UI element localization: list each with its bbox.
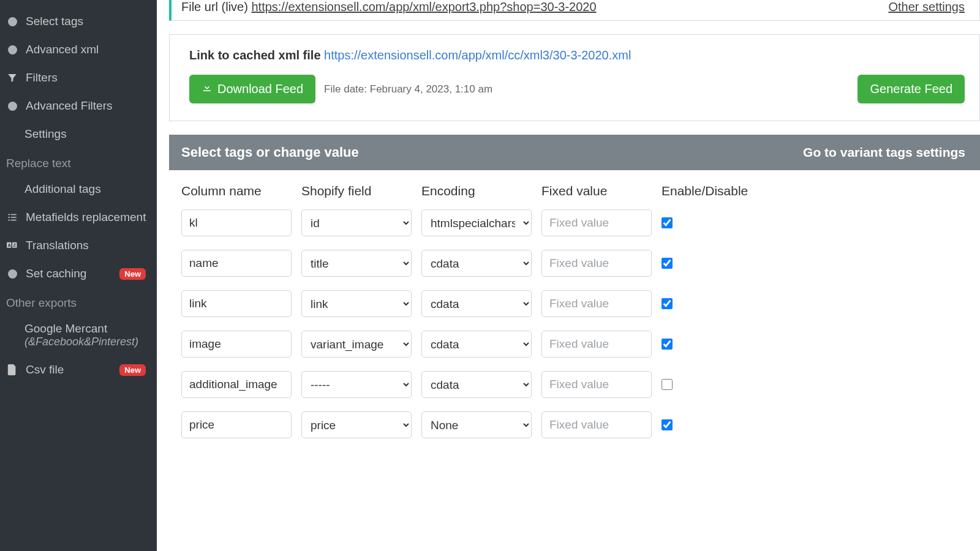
variant-tags-settings-link[interactable]: Go to variant tags settings (803, 145, 965, 160)
cached-url-link[interactable]: https://extensionsell.com/app/xml/cc/xml… (324, 48, 631, 62)
file-url-box: File url (live) https://extensionsell.co… (169, 0, 980, 21)
sidebar-section-other-exports: Other exports (0, 288, 157, 315)
col-header-fixed: Fixed value (541, 184, 662, 198)
encoding-select[interactable]: cdata (421, 250, 532, 277)
sidebar-item-label: Filters (26, 71, 58, 84)
table-row: variant_imagecdata (181, 331, 965, 358)
sidebar-item-advanced-xml[interactable]: Advanced xml (0, 36, 157, 64)
download-icon (202, 82, 213, 96)
enable-checkbox[interactable] (662, 339, 673, 350)
download-feed-label: Download Feed (217, 82, 303, 96)
shopify-field-select[interactable]: id (301, 209, 412, 236)
enable-checkbox[interactable] (662, 258, 673, 269)
column-name-input[interactable] (181, 250, 292, 277)
sidebar-item-label: Metafields replacement (26, 211, 146, 224)
sidebar-item-label: Advanced xml (26, 43, 99, 56)
language-icon: AZ (6, 239, 18, 252)
shopify-field-select[interactable]: link (301, 290, 412, 317)
shopify-field-select[interactable]: ----- (301, 371, 412, 398)
download-feed-button[interactable]: Download Feed (189, 75, 315, 103)
cached-box: Link to cached xml file https://extensio… (169, 34, 980, 121)
encoding-select[interactable]: cdata (421, 331, 532, 358)
bullet-icon (6, 15, 18, 28)
sidebar-item-label: Settings (24, 127, 67, 141)
sidebar-item-label: Additional tags (24, 182, 101, 196)
enable-checkbox[interactable] (662, 217, 673, 228)
sidebar-item-advanced-filters[interactable]: Advanced Filters (0, 92, 157, 120)
generate-feed-label: Generate Feed (870, 82, 952, 96)
list-icon (6, 211, 18, 223)
encoding-select[interactable]: cdata (421, 371, 532, 398)
column-name-input[interactable] (181, 331, 292, 358)
encoding-select[interactable]: htmlspecialchars (421, 209, 532, 236)
sidebar-item-set-caching[interactable]: Set caching New (0, 260, 157, 288)
bullet-icon (6, 268, 18, 280)
section-header-bar: Select tags or change value Go to varian… (169, 135, 980, 170)
tags-table: Column name Shopify field Encoding Fixed… (169, 170, 980, 464)
sidebar-item-label: Set caching (26, 267, 86, 280)
shopify-field-select[interactable]: price (301, 411, 412, 438)
column-name-input[interactable] (181, 290, 292, 317)
sidebar-item-select-tags[interactable]: Select tags (0, 7, 157, 36)
sidebar-item-metafields-replacement[interactable]: Metafields replacement (0, 203, 157, 231)
file-url-link[interactable]: https://extensionsell.com/app/xml/export… (251, 0, 596, 13)
enable-checkbox[interactable] (662, 298, 673, 309)
sidebar-item-filters[interactable]: Filters (0, 64, 157, 92)
main-content: File url (live) https://extensionsell.co… (157, 0, 980, 551)
table-row: -----cdata (181, 371, 965, 398)
generate-feed-button[interactable]: Generate Feed (858, 75, 965, 103)
other-settings-link[interactable]: Other settings (888, 0, 965, 14)
column-name-input[interactable] (181, 411, 292, 438)
column-name-input[interactable] (181, 371, 292, 398)
sidebar: Select tags Advanced xml Filters Advance… (0, 0, 157, 551)
sidebar-section-replace: Replace text (0, 148, 157, 175)
enable-checkbox[interactable] (662, 379, 673, 390)
funnel-icon (6, 72, 18, 84)
col-header-enable: Enable/Disable (662, 184, 735, 198)
sidebar-item-label: Advanced Filters (26, 99, 113, 113)
sidebar-item-settings[interactable]: Settings (0, 120, 157, 148)
csv-icon (6, 364, 18, 376)
table-row: idhtmlspecialchars (181, 209, 965, 236)
column-name-input[interactable] (181, 209, 292, 236)
col-header-field: Shopify field (301, 184, 421, 198)
table-row: titlecdata (181, 250, 965, 277)
new-badge: New (119, 268, 146, 280)
file-date: File date: February 4, 2023, 1:10 am (324, 83, 492, 96)
encoding-select[interactable]: None (421, 411, 532, 438)
svg-text:A: A (8, 242, 12, 248)
sidebar-item-sublabel: (&Facebook&Pinterest) (24, 335, 151, 348)
shopify-field-select[interactable]: variant_image (301, 331, 412, 358)
cached-label: Link to cached xml file (189, 48, 324, 62)
sidebar-item-label: Google Mercant (24, 322, 151, 335)
fixed-value-input[interactable] (541, 411, 652, 438)
sidebar-item-additional-tags[interactable]: Additional tags (0, 175, 157, 203)
shopify-field-select[interactable]: title (301, 250, 412, 277)
new-badge: New (119, 364, 146, 376)
file-url-label: File url (live) (181, 0, 251, 13)
bullet-icon (6, 100, 18, 112)
sidebar-item-label: Csv file (26, 363, 64, 377)
sidebar-item-translations[interactable]: AZ Translations (0, 231, 157, 260)
fixed-value-input[interactable] (541, 209, 652, 236)
fixed-value-input[interactable] (541, 250, 652, 277)
bullet-icon (6, 43, 18, 56)
svg-text:Z: Z (13, 242, 17, 248)
table-row: linkcdata (181, 290, 965, 317)
sidebar-item-google-merchant[interactable]: Google Mercant (&Facebook&Pinterest) (0, 315, 157, 356)
fixed-value-input[interactable] (541, 331, 652, 358)
col-header-encoding: Encoding (421, 184, 541, 198)
sidebar-item-label: Translations (26, 239, 89, 252)
fixed-value-input[interactable] (541, 290, 652, 317)
col-header-name: Column name (181, 184, 301, 198)
enable-checkbox[interactable] (662, 419, 673, 430)
section-title: Select tags or change value (181, 144, 359, 160)
table-row: priceNone (181, 411, 965, 438)
encoding-select[interactable]: cdata (421, 290, 532, 317)
sidebar-item-label: Select tags (26, 15, 83, 28)
sidebar-item-csv-file[interactable]: Csv file New (0, 356, 157, 384)
fixed-value-input[interactable] (541, 371, 652, 398)
